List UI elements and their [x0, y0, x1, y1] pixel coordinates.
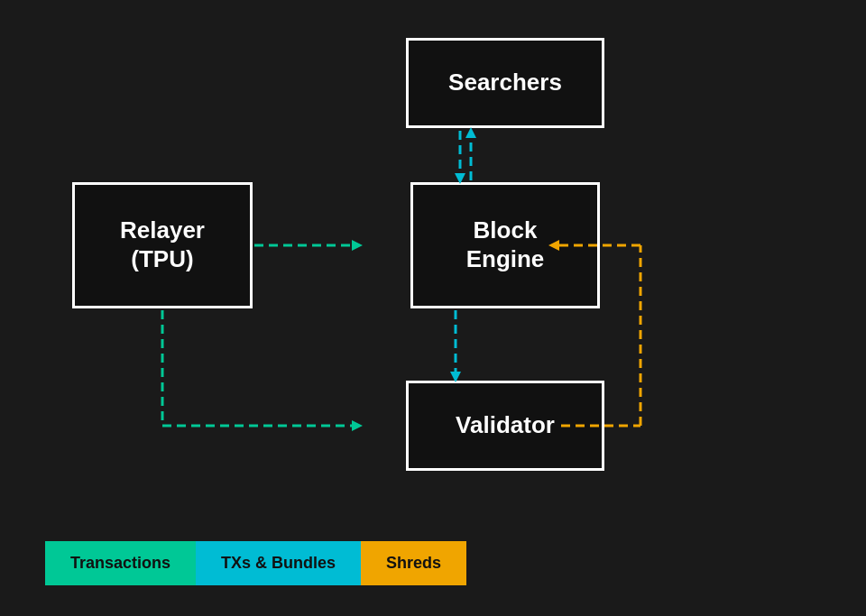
svg-marker-3 [465, 127, 476, 138]
relayer-label: Relayer(TPU) [120, 216, 205, 272]
validator-label: Validator [456, 411, 555, 439]
validator-box: Validator [406, 381, 604, 471]
legend-shreds: Shreds [361, 541, 466, 585]
diagram-area: Searchers Relayer(TPU) BlockEngine Valid… [45, 20, 821, 525]
legend: Transactions TXs & Bundles Shreds [45, 541, 466, 585]
searchers-box: Searchers [406, 38, 604, 128]
svg-marker-8 [352, 420, 363, 431]
searchers-label: Searchers [448, 69, 562, 97]
svg-marker-5 [352, 240, 363, 251]
legend-bundles: TXs & Bundles [196, 541, 361, 585]
block-engine-label: BlockEngine [466, 216, 545, 272]
diagram-container: Searchers Relayer(TPU) BlockEngine Valid… [27, 20, 839, 597]
legend-bundles-label: TXs & Bundles [221, 554, 336, 573]
legend-transactions-label: Transactions [70, 554, 170, 573]
legend-shreds-label: Shreds [386, 554, 441, 573]
block-engine-box: BlockEngine [410, 182, 600, 308]
relayer-box: Relayer(TPU) [72, 182, 253, 308]
legend-transactions: Transactions [45, 541, 196, 585]
